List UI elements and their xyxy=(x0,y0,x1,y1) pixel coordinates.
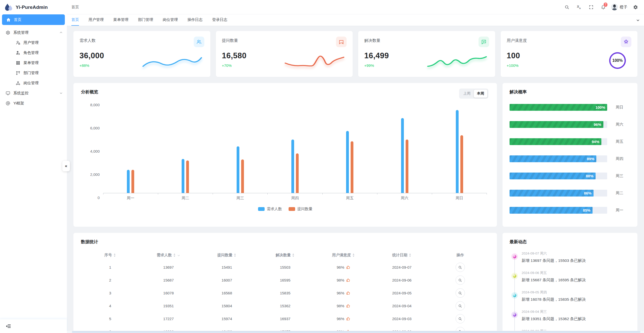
tab-6[interactable]: 操作日志 xyxy=(187,14,203,26)
sort-caret-icon[interactable] xyxy=(173,253,176,257)
top-navbar: 首页 文A 7 橙子 xyxy=(67,0,644,14)
table-row-1: 113697154911550396%2024-09-07 xyxy=(81,261,489,274)
tab-1[interactable]: 首页 xyxy=(71,14,79,26)
sort-caret-icon[interactable] xyxy=(352,253,355,257)
tab-2[interactable]: 用户管理 xyxy=(89,14,104,26)
navbar-actions: 文A 7 橙子 xyxy=(562,2,640,13)
column-header-解决数量[interactable]: 解决数量 xyxy=(256,249,314,261)
user-menu[interactable]: 橙子 xyxy=(610,4,628,10)
table-row-3: 316078165681583596%2024-09-05 xyxy=(81,287,489,299)
collapse-menu-icon[interactable] xyxy=(6,323,11,329)
sort-caret-icon[interactable] xyxy=(409,253,411,257)
progress-day-label: 周三 xyxy=(616,174,630,178)
bar-需求人数-周六[interactable] xyxy=(401,118,404,193)
view-row-button[interactable] xyxy=(456,288,465,298)
column-header-需求人数[interactable]: 需求人数 xyxy=(139,249,198,261)
cell-demand: 17227 xyxy=(139,312,198,325)
cell-index: 4 xyxy=(81,299,139,312)
main-area: 首页 文A 7 橙子 xyxy=(67,0,644,333)
bar-需求人数-周二[interactable] xyxy=(182,159,184,193)
tabs-chevron-down-icon[interactable] xyxy=(636,14,640,26)
sidebar-item-label: 菜单管理 xyxy=(23,61,39,65)
bar-需求人数-周一[interactable] xyxy=(127,170,130,193)
bar-chart: 8,0006,0004,0002,0000 xyxy=(103,105,487,193)
tab-7[interactable]: 登录日志 xyxy=(212,14,227,26)
legend-item-提问数量[interactable]: 提问数量 xyxy=(289,207,313,211)
stat-card-4: 用户满意度100+100%100% xyxy=(501,31,638,77)
translate-icon[interactable]: 文A xyxy=(574,2,584,13)
view-row-button[interactable] xyxy=(456,263,465,272)
tab-5[interactable]: 岗位管理 xyxy=(163,14,178,26)
range-button-2[interactable]: 本周 xyxy=(474,90,487,98)
data-statistics-card: 数据统计 序号需求人数提问数量解决数量用户满意度统计日期操作 113697154… xyxy=(73,233,497,333)
cell-date: 2024-09-04 xyxy=(373,299,431,312)
sort-caret-icon[interactable] xyxy=(292,253,295,257)
filter-chevron-icon[interactable] xyxy=(177,254,180,257)
latest-activity-title: 最新动态 xyxy=(510,239,630,245)
tab-4[interactable]: 部门管理 xyxy=(138,14,153,26)
column-header-统计日期[interactable]: 统计日期 xyxy=(373,249,431,261)
bar-提问数量-周一[interactable] xyxy=(131,170,134,193)
bar-group-周二 xyxy=(182,105,189,193)
cell-date: 2024-09-07 xyxy=(373,261,431,274)
bar-group-周四 xyxy=(291,105,299,193)
range-button-1[interactable]: 上周 xyxy=(460,90,474,98)
sidebar-item-7[interactable]: 岗位管理 xyxy=(0,78,67,88)
timeline-date: 2024-09-04 周三 xyxy=(522,310,630,314)
grid-icon xyxy=(16,61,20,65)
thumb-up-icon xyxy=(346,265,350,269)
analysis-overview-card: 分析概览 上周本周 8,0006,0004,0002,0000 周一周二周三周四… xyxy=(73,83,497,227)
bar-需求人数-周三[interactable] xyxy=(237,146,239,193)
solve-probability-list: 100%周日96%周六94%周五89%周四88%周三86%周二85%周一 xyxy=(510,104,630,214)
sidebar-item-8[interactable]: 系统监控 xyxy=(0,88,67,98)
sidebar-item-6[interactable]: 部门管理 xyxy=(0,68,67,78)
view-row-button[interactable] xyxy=(456,314,465,323)
sidebar-item-9[interactable]: Yi框架 xyxy=(0,98,67,108)
sidebar-item-4[interactable]: 角色管理 xyxy=(0,48,67,58)
timeline-date: 2024-09-06 周五 xyxy=(522,271,630,275)
cell-date: 2024-09-03 xyxy=(373,312,431,325)
sidebar-item-3[interactable]: 用户管理 xyxy=(0,38,67,48)
bar-提问数量-周三[interactable] xyxy=(241,159,244,193)
stat-title: 提问数量 xyxy=(222,37,238,43)
view-row-button[interactable] xyxy=(456,275,465,285)
sidebar-item-label: 首页 xyxy=(14,17,21,22)
sidebar-collapse-handle[interactable]: « xyxy=(62,161,70,171)
horizontal-scrollbar-thumb[interactable] xyxy=(72,331,640,333)
view-row-button[interactable] xyxy=(456,301,465,311)
bar-提问数量-周日[interactable] xyxy=(460,135,463,193)
bell-icon[interactable]: 7 xyxy=(598,2,608,13)
bar-group-周三 xyxy=(237,105,244,193)
column-header-提问数量[interactable]: 提问数量 xyxy=(198,249,256,261)
table-row-4: 419351158041536298%2024-09-04 xyxy=(81,299,489,312)
sidebar-item-1[interactable]: 首页 xyxy=(2,14,65,25)
solve-probability-card: 解决概率 100%周日96%周六94%周五89%周四88%周三86%周二85%周… xyxy=(502,83,637,227)
solve-row-周三: 88%周三 xyxy=(510,173,630,179)
timeline-dot xyxy=(513,313,516,317)
at-icon xyxy=(6,101,10,106)
sort-caret-icon[interactable] xyxy=(113,253,116,257)
search-icon[interactable] xyxy=(562,2,572,13)
bar-提问数量-周五[interactable] xyxy=(351,141,353,193)
thumb-up-icon xyxy=(346,291,350,295)
logo[interactable]: Yi-PureAdmin xyxy=(0,0,67,14)
legend-item-需求人数[interactable]: 需求人数 xyxy=(258,207,282,211)
column-header-用户满意度[interactable]: 用户满意度 xyxy=(314,249,373,261)
bar-需求人数-周日[interactable] xyxy=(456,110,459,193)
sidebar-item-5[interactable]: 菜单管理 xyxy=(0,58,67,68)
bar-需求人数-周四[interactable] xyxy=(291,140,294,193)
satisfaction-ring: 100% xyxy=(609,52,626,69)
column-header-序号[interactable]: 序号 xyxy=(81,249,139,261)
tab-3[interactable]: 菜单管理 xyxy=(113,14,128,26)
bar-需求人数-周五[interactable] xyxy=(346,131,349,193)
bar-提问数量-周二[interactable] xyxy=(186,160,189,193)
message-check-icon xyxy=(479,37,489,47)
sort-caret-icon[interactable] xyxy=(234,253,236,257)
progress-fill: 94% xyxy=(510,138,601,145)
settings-gear-icon[interactable] xyxy=(630,2,640,13)
column-label: 序号 xyxy=(104,253,112,258)
bar-提问数量-周四[interactable] xyxy=(296,153,299,193)
sidebar-item-2[interactable]: 系统管理 xyxy=(0,27,67,38)
bar-提问数量-周六[interactable] xyxy=(406,140,408,193)
fullscreen-icon[interactable] xyxy=(586,2,596,13)
